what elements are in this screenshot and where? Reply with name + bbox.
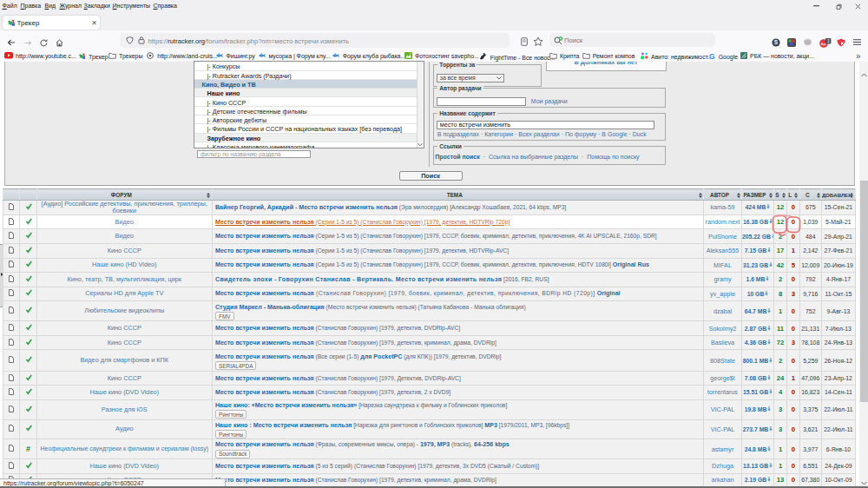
svg-text:S: S [774,39,779,45]
svg-text:G: G [709,52,715,60]
svg-text:3: 3 [827,38,830,43]
